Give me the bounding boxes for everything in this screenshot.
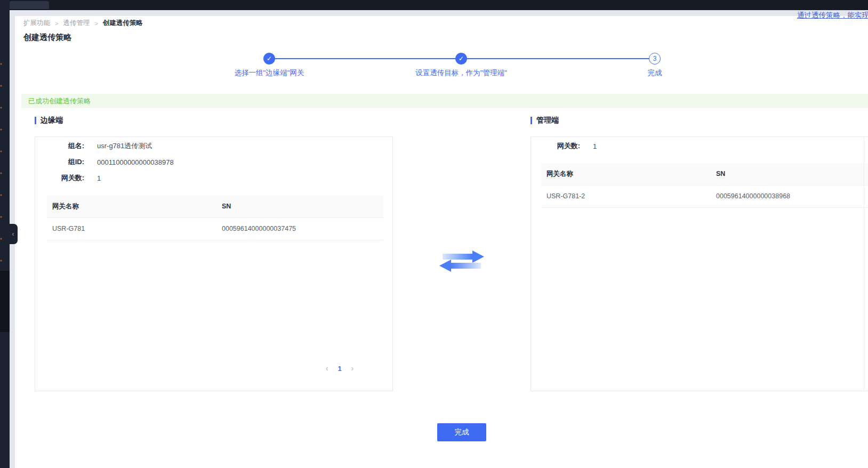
edge-panel: 组名: usr-g781透传测试 组ID: 000110000000000389…	[35, 136, 393, 391]
edge-gateway-table: 网关名称 SN USR-G781 00059614000000037475	[47, 196, 383, 240]
step-2-label: 设置透传目标，作为"管理端"	[381, 68, 541, 78]
success-alert: 已成功创建透传策略	[21, 94, 868, 108]
col-header-sn: SN	[716, 163, 725, 185]
group-name-value: usr-g781透传测试	[97, 141, 152, 151]
gateway-name-cell: USR-G781-2	[546, 185, 585, 207]
gateway-count-label: 网关数:	[35, 173, 84, 183]
success-alert-message: 已成功创建透传策略	[28, 97, 91, 105]
step-1-label: 选择一组"边缘端"网关	[189, 68, 349, 78]
gateway-count-label: 网关数:	[531, 141, 580, 151]
sidebar-menu-dots	[0, 63, 3, 276]
group-id-label: 组ID:	[35, 157, 84, 167]
group-id-value: 00011000000000038978	[97, 158, 174, 166]
table-header-row: 网关名称 SN	[541, 163, 868, 185]
breadcrumb-separator-icon: >	[94, 20, 98, 27]
edge-section-header: 边缘端	[35, 116, 63, 125]
group-name-row: 组名: usr-g781透传测试	[35, 138, 392, 154]
step-3-number-icon: 3	[649, 53, 661, 64]
panel-divider-line	[864, 137, 864, 391]
page-title: 创建透传策略	[23, 33, 71, 43]
breadcrumb-item-extensions[interactable]: 扩展功能	[23, 19, 50, 28]
browser-tab[interactable]	[10, 1, 49, 9]
app-window: ‹ 通过透传策略，能实现什 扩展功能 > 透传管理 > 创建透传策略 创建透传策…	[0, 0, 868, 468]
step-number: 3	[653, 55, 657, 62]
gateway-sn-cell: 00059614000000037475	[222, 218, 296, 240]
table-header-row: 网关名称 SN	[47, 196, 383, 218]
mgmt-panel: 网关数: 1 网关名称 SN USR-G781-2 00059614000000…	[531, 136, 868, 391]
next-page-icon[interactable]: ›	[349, 364, 356, 373]
finish-button[interactable]: 完成	[437, 423, 486, 441]
gateway-count-value: 1	[593, 142, 597, 150]
transfer-arrows-icon	[439, 249, 484, 273]
step-1-done-icon: ✓	[263, 53, 275, 64]
mgmt-section-title: 管理端	[536, 116, 559, 125]
check-icon: ✓	[267, 55, 272, 62]
breadcrumb-item-passthrough-mgmt[interactable]: 透传管理	[63, 19, 90, 28]
gateway-name-cell: USR-G781	[52, 218, 85, 240]
pagination: ‹ 1 ›	[323, 364, 356, 373]
page-number-1[interactable]: 1	[336, 365, 343, 373]
mgmt-section-header: 管理端	[531, 116, 559, 125]
policy-help-link[interactable]: 通过透传策略，能实现什	[797, 11, 868, 20]
titlebar	[0, 0, 868, 10]
sidebar-section-dark	[0, 271, 10, 332]
table-row: USR-G781-2 00059614000000038968	[541, 185, 868, 208]
edge-panel-fields: 组名: usr-g781透传测试 组ID: 000110000000000389…	[35, 138, 392, 186]
gateway-count-row: 网关数: 1	[35, 170, 392, 186]
chevron-left-icon: ‹	[12, 230, 14, 238]
group-name-label: 组名:	[35, 141, 84, 151]
breadcrumb-separator-icon: >	[55, 20, 58, 27]
mgmt-panel-fields: 网关数: 1	[531, 138, 868, 154]
section-accent-bar	[35, 117, 36, 124]
check-icon: ✓	[459, 55, 464, 62]
breadcrumb: 扩展功能 > 透传管理 > 创建透传策略	[23, 19, 143, 28]
section-accent-bar	[531, 117, 532, 124]
sidebar-collapse-button[interactable]: ‹	[9, 224, 18, 244]
step-3-label: 完成	[575, 68, 735, 78]
gateway-sn-cell: 00059614000000038968	[716, 185, 790, 207]
col-header-gateway-name: 网关名称	[52, 196, 79, 217]
breadcrumb-item-current: 创建透传策略	[103, 19, 143, 28]
prev-page-icon[interactable]: ‹	[323, 364, 331, 373]
col-header-gateway-name: 网关名称	[546, 163, 573, 185]
gateway-count-row: 网关数: 1	[531, 138, 868, 154]
edge-section-title: 边缘端	[41, 116, 63, 125]
table-row: USR-G781 00059614000000037475	[47, 218, 383, 240]
col-header-sn: SN	[222, 196, 231, 217]
mgmt-gateway-table: 网关名称 SN USR-G781-2 00059614000000038968	[541, 163, 868, 208]
gateway-count-value: 1	[97, 174, 101, 182]
group-id-row: 组ID: 00011000000000038978	[35, 154, 392, 170]
step-2-done-icon: ✓	[455, 53, 467, 64]
